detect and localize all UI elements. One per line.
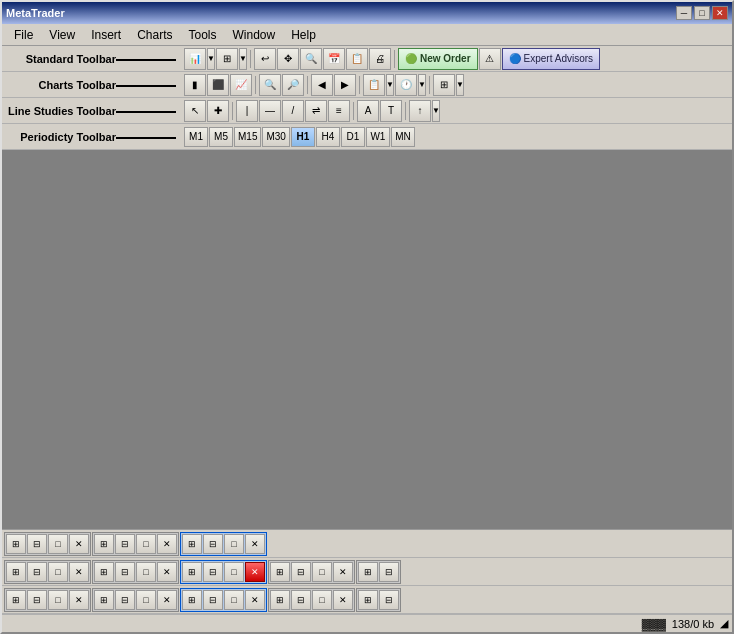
menu-tools[interactable]: Tools bbox=[181, 26, 225, 44]
expert-advisors-button[interactable]: 🔵 Expert Advisors bbox=[502, 48, 600, 70]
scroll-right-btn[interactable]: ▶ bbox=[334, 74, 356, 96]
alert-btn[interactable]: ⚠ bbox=[479, 48, 501, 70]
cursor-btn[interactable]: ↖ bbox=[184, 100, 206, 122]
crosshair-btn[interactable]: ✚ bbox=[207, 100, 229, 122]
auto-scroll-dropdown[interactable]: ▼ bbox=[418, 74, 426, 96]
task-btn-r3-close2[interactable]: ✕ bbox=[157, 590, 177, 610]
task-btn-r2-9[interactable]: □ bbox=[224, 562, 244, 582]
close-button[interactable]: ✕ bbox=[712, 6, 728, 20]
task-btn-r3-8[interactable]: ⊟ bbox=[203, 590, 223, 610]
profiles-btn[interactable]: ⊞ bbox=[216, 48, 238, 70]
period-w1[interactable]: W1 bbox=[366, 127, 390, 147]
menu-file[interactable]: File bbox=[6, 26, 41, 44]
new-chart-btn[interactable]: 📊 bbox=[184, 48, 206, 70]
period-mn[interactable]: MN bbox=[391, 127, 415, 147]
task-btn-r2-4[interactable]: ⊞ bbox=[94, 562, 114, 582]
new-chart-dropdown[interactable]: ▼ bbox=[207, 48, 215, 70]
menu-window[interactable]: Window bbox=[225, 26, 284, 44]
period-btn[interactable]: 📅 bbox=[323, 48, 345, 70]
zoom-out-c-btn[interactable]: 🔎 bbox=[282, 74, 304, 96]
line-chart-btn[interactable]: 📈 bbox=[230, 74, 252, 96]
new-order-button[interactable]: 🟢 New Order bbox=[398, 48, 478, 70]
candle-btn[interactable]: ⬛ bbox=[207, 74, 229, 96]
menu-charts[interactable]: Charts bbox=[129, 26, 180, 44]
maximize-button[interactable]: □ bbox=[694, 6, 710, 20]
task-btn-r3-3[interactable]: □ bbox=[48, 590, 68, 610]
period-d1[interactable]: D1 bbox=[341, 127, 365, 147]
minimize-button[interactable]: ─ bbox=[676, 6, 692, 20]
task-btn-r2-7[interactable]: ⊞ bbox=[182, 562, 202, 582]
hand-btn[interactable]: ✥ bbox=[277, 48, 299, 70]
task-btn-8[interactable]: ⊟ bbox=[203, 534, 223, 554]
task-btn-r2-10[interactable]: ⊞ bbox=[270, 562, 290, 582]
task-btn-r3-9[interactable]: □ bbox=[224, 590, 244, 610]
task-btn-r2-12[interactable]: □ bbox=[312, 562, 332, 582]
period-h1[interactable]: H1 bbox=[291, 127, 315, 147]
task-btn-1[interactable]: ⊞ bbox=[6, 534, 26, 554]
task-btn-3[interactable]: □ bbox=[48, 534, 68, 554]
menu-insert[interactable]: Insert bbox=[83, 26, 129, 44]
task-btn-close-2[interactable]: ✕ bbox=[157, 534, 177, 554]
task-btn-r2-14[interactable]: ⊟ bbox=[379, 562, 399, 582]
trendline-btn[interactable]: / bbox=[282, 100, 304, 122]
task-btn-r2-close1[interactable]: ✕ bbox=[69, 562, 89, 582]
zoom-in-c-btn[interactable]: 🔍 bbox=[259, 74, 281, 96]
task-btn-r3-2[interactable]: ⊟ bbox=[27, 590, 47, 610]
period-m30[interactable]: M30 bbox=[262, 127, 289, 147]
task-btn-r3-6[interactable]: □ bbox=[136, 590, 156, 610]
vertical-line-btn[interactable]: | bbox=[236, 100, 258, 122]
profiles-dropdown[interactable]: ▼ bbox=[239, 48, 247, 70]
task-btn-r2-11[interactable]: ⊟ bbox=[291, 562, 311, 582]
task-btn-r3-13[interactable]: ⊞ bbox=[358, 590, 378, 610]
history-btn[interactable]: 📋 bbox=[346, 48, 368, 70]
task-btn-r2-close3-red[interactable]: ✕ bbox=[245, 562, 265, 582]
task-btn-r3-4[interactable]: ⊞ bbox=[94, 590, 114, 610]
text-btn[interactable]: A bbox=[357, 100, 379, 122]
label-btn[interactable]: T bbox=[380, 100, 402, 122]
period-m5[interactable]: M5 bbox=[209, 127, 233, 147]
task-btn-r2-2[interactable]: ⊟ bbox=[27, 562, 47, 582]
undo-btn[interactable]: ↩ bbox=[254, 48, 276, 70]
task-btn-r2-8[interactable]: ⊟ bbox=[203, 562, 223, 582]
period-m15[interactable]: M15 bbox=[234, 127, 261, 147]
task-btn-6[interactable]: □ bbox=[136, 534, 156, 554]
templates-dropdown[interactable]: ▼ bbox=[456, 74, 464, 96]
auto-scroll-btn[interactable]: 🕐 bbox=[395, 74, 417, 96]
period-h4[interactable]: H4 bbox=[316, 127, 340, 147]
task-btn-7[interactable]: ⊞ bbox=[182, 534, 202, 554]
task-btn-9[interactable]: □ bbox=[224, 534, 244, 554]
task-btn-r3-close4[interactable]: ✕ bbox=[333, 590, 353, 610]
task-btn-r2-1[interactable]: ⊞ bbox=[6, 562, 26, 582]
scroll-left-btn[interactable]: ◀ bbox=[311, 74, 333, 96]
task-btn-r2-13[interactable]: ⊞ bbox=[358, 562, 378, 582]
zoom-in-btn[interactable]: 🔍 bbox=[300, 48, 322, 70]
menu-help[interactable]: Help bbox=[283, 26, 324, 44]
line-studies-dropdown[interactable]: ▼ bbox=[432, 100, 440, 122]
equidistant-btn[interactable]: ⇌ bbox=[305, 100, 327, 122]
task-btn-r2-3[interactable]: □ bbox=[48, 562, 68, 582]
task-btn-4[interactable]: ⊞ bbox=[94, 534, 114, 554]
arrow-btn[interactable]: ↑ bbox=[409, 100, 431, 122]
horizontal-line-btn[interactable]: — bbox=[259, 100, 281, 122]
task-btn-r2-5[interactable]: ⊟ bbox=[115, 562, 135, 582]
menu-view[interactable]: View bbox=[41, 26, 83, 44]
fib-btn[interactable]: ≡ bbox=[328, 100, 350, 122]
task-btn-5[interactable]: ⊟ bbox=[115, 534, 135, 554]
task-btn-r2-6[interactable]: □ bbox=[136, 562, 156, 582]
task-btn-close-3[interactable]: ✕ bbox=[245, 534, 265, 554]
task-btn-r3-close3[interactable]: ✕ bbox=[245, 590, 265, 610]
task-btn-r3-1[interactable]: ⊞ bbox=[6, 590, 26, 610]
props-dropdown[interactable]: ▼ bbox=[386, 74, 394, 96]
task-btn-r3-14[interactable]: ⊟ bbox=[379, 590, 399, 610]
bar-chart-btn[interactable]: ▮ bbox=[184, 74, 206, 96]
task-btn-r3-5[interactable]: ⊟ bbox=[115, 590, 135, 610]
task-btn-2[interactable]: ⊟ bbox=[27, 534, 47, 554]
period-m1[interactable]: M1 bbox=[184, 127, 208, 147]
task-btn-r2-close4[interactable]: ✕ bbox=[333, 562, 353, 582]
properties-btn[interactable]: 📋 bbox=[363, 74, 385, 96]
task-btn-r3-close1[interactable]: ✕ bbox=[69, 590, 89, 610]
task-btn-r3-11[interactable]: ⊟ bbox=[291, 590, 311, 610]
print-btn[interactable]: 🖨 bbox=[369, 48, 391, 70]
task-btn-r3-10[interactable]: ⊞ bbox=[270, 590, 290, 610]
resize-handle[interactable]: ◢ bbox=[720, 617, 728, 630]
